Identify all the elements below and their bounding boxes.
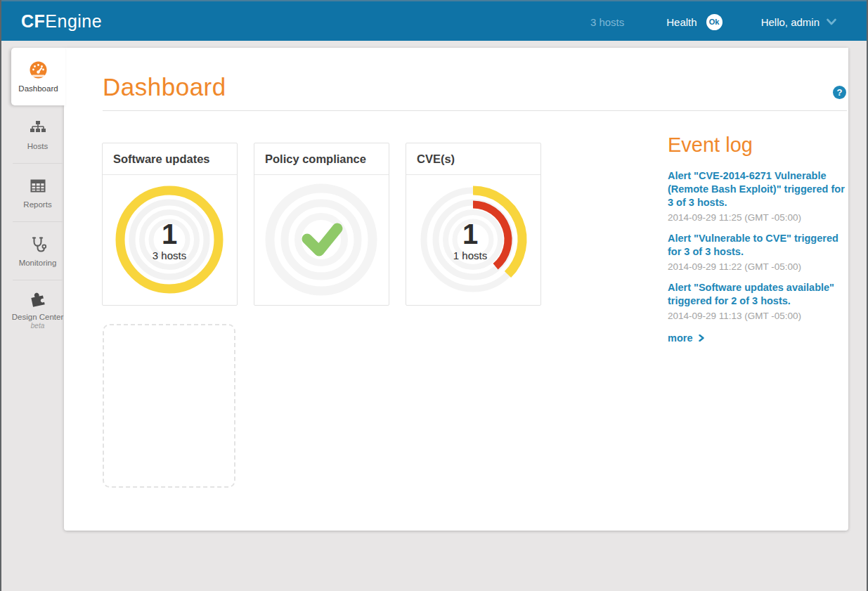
check-icon xyxy=(307,228,337,251)
metric-label: 3 hosts xyxy=(153,249,186,261)
health-status-badge: Ok xyxy=(706,14,723,30)
policy-compliance-card[interactable]: Policy compliance xyxy=(254,143,389,306)
event-log-section: Event log Alert "CVE-2014-6271 Vulnerabl… xyxy=(668,134,848,344)
chevron-down-icon xyxy=(827,18,836,25)
user-menu[interactable]: Hello, admin xyxy=(761,16,836,28)
card-title: Policy compliance xyxy=(254,143,389,175)
alert-link[interactable]: Alert "CVE-2014-6271 Vulnerable (Remote … xyxy=(668,169,848,209)
logo-bold-part: CF xyxy=(21,11,45,31)
user-greeting: Hello, admin xyxy=(761,16,820,28)
puzzle-icon xyxy=(29,290,47,308)
sidebar-item-label: Dashboard xyxy=(18,84,58,93)
sidebar-item-hosts[interactable]: Hosts xyxy=(11,105,64,163)
sidebar-item-label: Design Center xyxy=(12,313,64,321)
card-title: Software updates xyxy=(103,143,237,175)
metric-value: 1 xyxy=(462,219,478,249)
more-link[interactable]: more xyxy=(668,332,848,344)
window-border-left xyxy=(0,0,1,591)
title-divider xyxy=(103,110,847,111)
more-label: more xyxy=(668,332,692,344)
gauge-icon xyxy=(29,60,48,79)
alert-timestamp: 2014-09-29 11:13 (GMT -05:00) xyxy=(668,311,848,321)
policy-compliance-gauge xyxy=(254,175,389,306)
page-title: Dashboard xyxy=(103,73,226,101)
event-log-title: Event log xyxy=(668,134,848,157)
dashboard-cards-row: Software updates 1 3 hosts Policy compli… xyxy=(102,143,557,306)
card-title: CVE(s) xyxy=(406,143,540,175)
sidebar-item-label: Monitoring xyxy=(19,259,57,267)
alert-timestamp: 2014-09-29 11:25 (GMT -05:00) xyxy=(668,212,848,223)
sitemap-icon xyxy=(29,119,47,137)
alert-link[interactable]: Alert "Software updates available" trigg… xyxy=(668,281,848,308)
cve-card[interactable]: CVE(s) 1 1 hosts xyxy=(406,143,541,306)
alert-timestamp: 2014-09-29 11:22 (GMT -05:00) xyxy=(668,261,848,272)
sidebar-item-dashboard[interactable]: Dashboard xyxy=(11,48,65,105)
table-icon xyxy=(29,177,47,195)
event-log-entry: Alert "CVE-2014-6271 Vulnerable (Remote … xyxy=(668,169,848,223)
topbar-right-group: 3 hosts Health Ok Hello, admin xyxy=(590,1,836,42)
health-label: Health xyxy=(666,16,697,28)
cve-gauge: 1 1 hosts xyxy=(406,175,540,306)
chevron-right-icon xyxy=(699,335,704,342)
hosts-count-link[interactable]: 3 hosts xyxy=(590,16,624,28)
alert-link[interactable]: Alert "Vulnerable to CVE" triggered for … xyxy=(668,232,848,259)
sidebar-navigation: Dashboard Hosts Reports Monitoring xyxy=(11,48,64,338)
event-log-entry: Alert "Vulnerable to CVE" triggered for … xyxy=(668,232,848,272)
software-updates-gauge: 1 3 hosts xyxy=(103,175,237,306)
top-navigation-bar: CFEngine 3 hosts Health Ok Hello, admin xyxy=(0,0,868,41)
sidebar-item-beta-tag: beta xyxy=(31,322,44,330)
cfengine-logo[interactable]: CFEngine xyxy=(21,11,102,32)
sidebar-item-reports[interactable]: Reports xyxy=(11,164,64,221)
sidebar-item-label: Reports xyxy=(23,200,51,209)
metric-label: 1 hosts xyxy=(453,249,487,261)
main-content-panel: Dashboard ? Software updates 1 3 hosts P… xyxy=(64,48,848,531)
sidebar-item-design-center[interactable]: Design Center beta xyxy=(11,280,64,338)
empty-widget-placeholder[interactable] xyxy=(103,324,235,488)
metric-value: 1 xyxy=(162,219,177,249)
event-log-entry: Alert "Software updates available" trigg… xyxy=(668,281,848,321)
sidebar-item-label: Hosts xyxy=(27,142,48,150)
sidebar-item-monitoring[interactable]: Monitoring xyxy=(11,222,64,280)
stethoscope-icon xyxy=(29,235,47,254)
help-icon[interactable]: ? xyxy=(833,86,846,99)
software-updates-card[interactable]: Software updates 1 3 hosts xyxy=(102,143,238,306)
health-menu[interactable]: Health Ok xyxy=(666,14,722,30)
logo-light-part: Engine xyxy=(45,11,102,31)
